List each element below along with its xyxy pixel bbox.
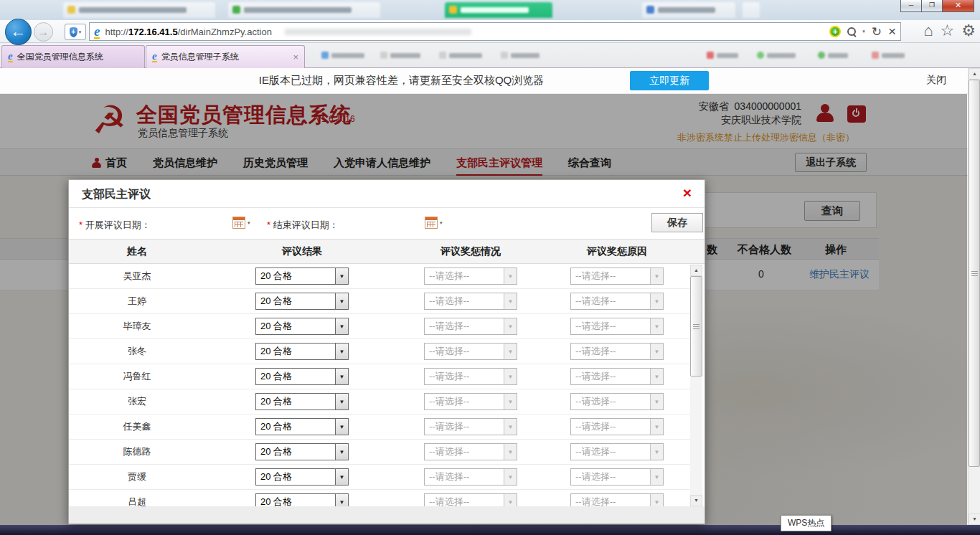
tab-title: 党员信息管理子系统: [161, 51, 239, 63]
chevron-down-icon: ▼: [335, 369, 348, 384]
review-table-body: 吴亚杰 20 合格▼ --请选择--▼ --请选择--▼ 王婷 20 合格▼ -…: [69, 264, 692, 508]
address-bar[interactable]: e http://172.16.41.5/dirMainZhmzPy.actio…: [89, 22, 901, 41]
close-window-button[interactable]: ✕: [942, 0, 974, 12]
member-name: 张宏: [69, 395, 205, 408]
result-select[interactable]: 20 合格▼: [255, 443, 349, 460]
table-row: 吴亚杰 20 合格▼ --请选择--▼ --请选择--▼: [69, 264, 692, 289]
refresh-icon[interactable]: ↻: [872, 24, 882, 39]
chevron-down-icon: ▼: [335, 268, 348, 284]
bookmark-item[interactable]: [439, 50, 482, 60]
save-button[interactable]: 保存: [651, 213, 703, 232]
background-tab[interactable]: [642, 2, 735, 18]
search-icon[interactable]: [847, 27, 856, 36]
home-icon[interactable]: ⌂: [923, 22, 933, 40]
background-tab[interactable]: [63, 2, 215, 18]
result-select[interactable]: 20 合格▼: [255, 493, 349, 508]
minimize-button[interactable]: ─: [900, 0, 922, 12]
stop-icon[interactable]: ×: [888, 24, 896, 39]
url-text: http://172.16.41.5/dirMainZhmzPy.action: [105, 27, 271, 37]
chevron-down-icon: ▼: [335, 394, 348, 409]
scrollbar-up-arrow[interactable]: ▲: [690, 265, 702, 276]
background-window-tabstrip: ─ ❐ ✕: [0, 0, 980, 20]
scrollbar-thumb[interactable]: [690, 276, 702, 377]
award-select: --请选择--▼: [424, 443, 517, 460]
member-name: 张冬: [69, 345, 205, 358]
modal-close-icon[interactable]: ×: [683, 185, 692, 200]
end-date-label: * 结束评议日期：: [267, 219, 339, 232]
chevron-down-icon: ▼: [504, 469, 517, 485]
forward-button[interactable]: →: [34, 22, 53, 42]
tab-main-system[interactable]: e 全国党员管理信息系统: [1, 45, 145, 68]
member-name: 任美鑫: [69, 420, 205, 433]
table-row: 吕超 20 合格▼ --请选择--▼ --请选择--▼: [69, 490, 692, 508]
chevron-down-icon: ▼: [650, 369, 663, 384]
chevron-down-icon: ▼: [504, 419, 517, 435]
reason-select: --请选择--▼: [570, 318, 664, 335]
start-date-picker[interactable]: ▾: [232, 217, 250, 229]
chevron-down-icon: ▼: [650, 293, 663, 309]
tab-subsystem-active[interactable]: e 党员信息管理子系统 ×: [146, 45, 305, 68]
search-dropdown-icon[interactable]: ▾: [862, 29, 865, 34]
bookmark-item[interactable]: [872, 50, 905, 60]
background-tab[interactable]: [228, 2, 380, 18]
bookmark-item[interactable]: [321, 50, 364, 60]
reason-select: --请选择--▼: [570, 468, 664, 486]
member-name: 王婷: [69, 295, 205, 308]
close-tab-icon[interactable]: ×: [281, 52, 298, 62]
new-tab-button[interactable]: [743, 2, 760, 18]
member-name: 毕璋友: [69, 320, 205, 333]
result-select[interactable]: 20 合格▼: [255, 293, 349, 310]
browser-scrollbar[interactable]: ▲ ▼: [968, 68, 980, 525]
chevron-down-icon: ▼: [650, 469, 663, 485]
chevron-down-icon: ▼: [335, 444, 348, 460]
result-select[interactable]: 20 合格▼: [255, 268, 349, 285]
background-tab-active[interactable]: [445, 2, 552, 18]
reason-select: --请选择--▼: [570, 418, 664, 435]
result-select[interactable]: 20 合格▼: [255, 318, 349, 335]
table-row: 任美鑫 20 合格▼ --请选择--▼ --请选择--▼: [69, 415, 692, 440]
scrollbar-thumb[interactable]: [969, 80, 980, 467]
result-select[interactable]: 20 合格▼: [255, 418, 349, 435]
reason-select: --请选择--▼: [570, 343, 664, 360]
star-icon[interactable]: ☆: [941, 22, 955, 40]
calendar-icon: [425, 217, 438, 229]
modal-scrollbar[interactable]: ▲ ▼: [690, 265, 702, 506]
forward-icon: →: [38, 26, 50, 38]
table-row: 张宏 20 合格▼ --请选择--▼ --请选择--▼: [69, 389, 692, 415]
bookmark-item[interactable]: [501, 50, 540, 60]
gear-icon[interactable]: ⚙: [961, 22, 976, 40]
result-select[interactable]: 20 合格▼: [255, 368, 349, 385]
scrollbar-down-arrow[interactable]: ▼: [690, 495, 702, 506]
reason-select: --请选择--▼: [570, 393, 664, 410]
compatibility-button[interactable]: + ▾: [65, 24, 86, 40]
bookmark-item[interactable]: [757, 50, 796, 60]
scrollbar-down-arrow[interactable]: ▼: [969, 513, 980, 525]
result-select[interactable]: 20 合格▼: [255, 393, 349, 410]
bookmark-item[interactable]: [380, 50, 420, 60]
chevron-down-icon: ▼: [335, 419, 348, 435]
chevron-down-icon: ▼: [335, 469, 348, 485]
chevron-down-icon: ▼: [504, 293, 517, 309]
end-date-picker[interactable]: ▾: [425, 217, 443, 229]
scrollbar-up-arrow[interactable]: ▲: [969, 68, 980, 80]
chevron-down-icon: ▼: [504, 344, 517, 359]
award-select: --请选择--▼: [424, 293, 517, 310]
reason-select: --请选择--▼: [570, 443, 664, 460]
modal-footer: [69, 506, 705, 524]
bookmark-item[interactable]: [818, 50, 848, 60]
table-row: 冯鲁红 20 合格▼ --请选择--▼ --请选择--▼: [69, 364, 692, 389]
site-safety-icon[interactable]: +: [829, 26, 841, 37]
result-select[interactable]: 20 合格▼: [255, 343, 349, 360]
ie-icon: e: [8, 52, 13, 62]
back-icon: ←: [11, 22, 27, 40]
banner-close-link[interactable]: 关闭: [926, 74, 946, 87]
chevron-down-icon: ▼: [504, 369, 517, 384]
bookmark-item[interactable]: [707, 50, 738, 60]
chevron-down-icon: ▼: [650, 419, 663, 435]
maximize-button[interactable]: ❐: [921, 0, 943, 12]
windows-taskbar[interactable]: [0, 525, 980, 535]
member-name: 冯鲁红: [69, 370, 205, 383]
result-select[interactable]: 20 合格▼: [255, 468, 349, 486]
update-now-button[interactable]: 立即更新: [630, 71, 709, 90]
back-button[interactable]: ←: [5, 19, 32, 45]
